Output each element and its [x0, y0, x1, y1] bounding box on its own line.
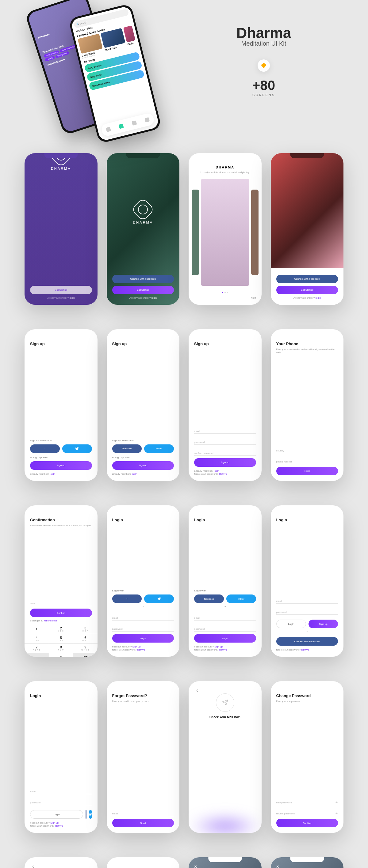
signup-button[interactable]: Sign up	[309, 620, 338, 628]
connect-facebook-button[interactable]: Connect with Facebook	[276, 275, 338, 283]
sketch-icon	[258, 59, 270, 72]
twitter-icon-button[interactable]	[89, 810, 92, 819]
password-field[interactable]: password	[194, 624, 256, 631]
numeric-keypad: 1 2A B C 3D E F 4G H I 5J K L 6M N O 7P …	[25, 624, 97, 657]
close-button[interactable]: ×	[194, 864, 197, 868]
facebook-icon-button[interactable]: f	[86, 810, 86, 819]
login-link[interactable]: login	[132, 473, 137, 475]
screen-signup-social-2: Sign up Sign up with social facebook twi…	[107, 329, 180, 481]
confirm-password-field[interactable]: confirm password	[194, 448, 256, 456]
screen-change-password: Change Password Enter your new password …	[271, 681, 344, 833]
brand-name: DHARMA	[30, 166, 92, 170]
twitter-button[interactable]	[144, 594, 174, 603]
resend-link[interactable]: resend code	[44, 619, 57, 622]
back-button[interactable]: ‹	[30, 863, 36, 868]
close-button[interactable]: ×	[276, 864, 279, 868]
screen-check-mail: ‹ Check Your Mail Box.	[189, 681, 262, 833]
country-field[interactable]: country	[276, 446, 338, 453]
screen-home: Filter ▾ 👑 Try Premium Peaceful evening …	[107, 857, 180, 868]
password-field[interactable]: password	[276, 607, 338, 615]
paper-plane-icon	[216, 693, 234, 712]
logo-icon	[134, 201, 151, 218]
get-started-button[interactable]: Get Started	[276, 286, 338, 294]
send-button[interactable]: Send	[112, 819, 174, 827]
screen-password-changed: ‹ ✓ Your Password Changed	[25, 857, 97, 868]
screen-signup-form: Sign up email password confirm password …	[189, 329, 262, 481]
screen-count: +80	[184, 78, 343, 93]
screen-confirmation: Confirmation Please enter the verificati…	[25, 505, 97, 657]
password-field[interactable]: password	[30, 798, 92, 805]
email-field[interactable]: email	[194, 613, 256, 621]
login-button[interactable]: Login	[30, 810, 83, 819]
facebook-button[interactable]: facebook	[112, 444, 142, 453]
facebook-button[interactable]: f	[30, 444, 60, 453]
email-field[interactable]: email	[276, 596, 338, 604]
screen-splash-1: DHARMA Get Started Already a member? log…	[25, 153, 97, 305]
key-6[interactable]: 6M N O	[73, 634, 97, 643]
key-5[interactable]: 5J K L	[49, 634, 73, 643]
login-button[interactable]: Login	[112, 634, 174, 643]
get-started-button[interactable]: Get Started	[112, 286, 174, 294]
twitter-button[interactable]	[62, 444, 92, 453]
email-field[interactable]: email	[112, 613, 174, 621]
key-3[interactable]: 3D E F	[73, 624, 97, 634]
login-button[interactable]: Login	[276, 620, 306, 628]
connect-facebook-button[interactable]: Connect with Facebook	[112, 275, 174, 283]
connect-facebook-button[interactable]: Connect with Facebook	[276, 637, 338, 646]
twitter-button[interactable]: twitter	[144, 444, 174, 453]
signup-button[interactable]: Sign up	[112, 461, 174, 470]
screen-onboarding: DHARMA Lorem ipsum dolor sit amet, conse…	[189, 153, 262, 305]
check-mail-message: Check Your Mail Box.	[194, 715, 256, 719]
facebook-button[interactable]: f	[112, 594, 142, 603]
key-delete[interactable]: ⌫	[73, 653, 97, 657]
login-button[interactable]: Login	[194, 634, 256, 643]
email-field[interactable]: email	[112, 809, 174, 816]
screen-comments: × Motivation Play SESSIONSCOMMENTS (29) …	[271, 857, 344, 868]
screen-count-label: SCREENS	[184, 93, 343, 97]
key-0[interactable]: 0	[49, 653, 73, 657]
key-8[interactable]: 8T U V	[49, 644, 73, 653]
key-9[interactable]: 9W X Y Z	[73, 644, 97, 653]
screen-login-4: Login email password Login f need an acc…	[25, 681, 97, 833]
signup-button[interactable]: Sign up	[30, 461, 92, 470]
email-field[interactable]: email	[30, 787, 92, 794]
key-2[interactable]: 2A B C	[49, 624, 73, 634]
password-field[interactable]: password	[194, 437, 256, 445]
phone-field[interactable]: phone number	[276, 457, 338, 464]
screen-login-3: Login email password Login Sign up or Co…	[271, 505, 344, 657]
key-4[interactable]: 4G H I	[25, 634, 49, 643]
screen-phone: Your Phone Enter your phone number and w…	[271, 329, 344, 481]
screen-signup-social-1: Sign up Sign up with social f or sign up…	[25, 329, 97, 481]
back-button[interactable]: ‹	[194, 687, 200, 693]
screen-splash-3: Connect with Facebook Get Started Alread…	[271, 153, 344, 305]
key-1[interactable]: 1	[25, 624, 49, 634]
new-password-field[interactable]: new password👁	[276, 798, 338, 805]
facebook-button[interactable]: facebook	[194, 594, 224, 603]
screen-login-2: Login Login with facebook twitter or ema…	[189, 505, 262, 657]
screen-splash-2: DHARMA Connect with Facebook Get Started…	[107, 153, 180, 305]
confirm-button[interactable]: Confirm	[276, 819, 338, 827]
email-field[interactable]: email	[194, 426, 256, 434]
code-field[interactable]: code	[30, 599, 92, 606]
screen-login-1: Login Login with f or email password Log…	[107, 505, 180, 657]
twitter-button[interactable]: twitter	[226, 594, 256, 603]
next-link[interactable]: Next	[251, 297, 256, 299]
product-title: Dharma	[184, 25, 343, 41]
password-field[interactable]: password	[112, 624, 174, 631]
signup-button[interactable]: Sign up	[194, 458, 256, 467]
screen-sessions: × Motivation Play SESSIONS (7)COMMENTS (…	[189, 857, 262, 868]
next-button[interactable]: Next	[276, 467, 338, 475]
rewrite-password-field[interactable]: rewrite password👁	[276, 809, 338, 816]
login-link[interactable]: login	[50, 473, 55, 475]
screen-forgot-password: Forgot Password? Enter your email to res…	[107, 681, 180, 833]
product-subtitle: Meditation UI Kit	[184, 40, 343, 47]
key-7[interactable]: 7P Q R S	[25, 644, 49, 653]
confirm-button[interactable]: Confirm	[30, 609, 92, 617]
